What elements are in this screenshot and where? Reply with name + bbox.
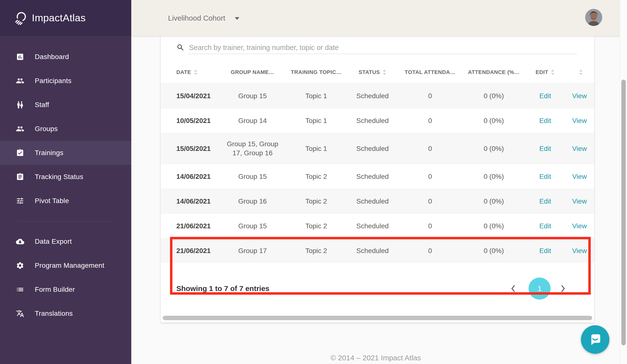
cell-date: 21/06/2021 [161,215,219,237]
search-input[interactable] [188,41,577,54]
table-body: 15/04/2021 Group 15 Topic 1 Scheduled 0 … [161,84,594,263]
cell-date: 14/06/2021 [161,190,219,212]
pagination-controls: 1 [510,277,567,300]
caret-down-icon [235,17,239,20]
people-icon [16,76,24,85]
cell-training-topic: Topic 2 [286,215,347,237]
vertical-scrollbar-thumb[interactable] [621,80,626,345]
cell-attendance-pct: 0 (0%) [462,215,525,237]
cell-status: Scheduled [347,240,398,261]
cell-status: Scheduled [347,110,398,132]
brand: ImpactAtlas [0,0,131,36]
column-header-group-name: GROUP NAME… [219,69,286,75]
clipboard-check-icon [16,149,24,157]
column-header-edit[interactable]: EDIT [525,69,565,75]
edit-link[interactable]: Edit [539,145,551,152]
cell-training-topic: Topic 1 [286,110,347,132]
column-header-total-attenda: TOTAL ATTENDA… [398,69,462,75]
cell-total-attendance: 0 [398,166,462,187]
table-row: 15/05/2021 Group 15, Group 17, Group 16 … [161,133,594,164]
sliders-icon [16,197,24,205]
sidebar-item-dashboard[interactable]: Dashboard [0,45,131,69]
cell-status: Scheduled [347,166,398,187]
edit-link[interactable]: Edit [539,117,551,124]
cell-group-name: Group 15 [219,85,286,107]
cell-group-name: Group 16 [219,190,286,212]
cloud-download-icon [16,237,24,246]
table-row: 14/06/2021 Group 15 Topic 2 Scheduled 0 … [161,164,594,189]
cell-training-topic: Topic 2 [286,240,347,261]
search-bar [161,36,594,61]
chat-launcher-button[interactable] [581,325,609,354]
view-link[interactable]: View [572,198,587,205]
vertical-scrollbar [620,0,627,364]
cell-date: 15/04/2021 [161,85,219,107]
search-icon [176,43,185,52]
view-link[interactable]: View [572,173,587,180]
user-avatar[interactable] [585,9,602,26]
sidebar-item-translations[interactable]: Translations [0,302,131,325]
cell-date: 10/05/2021 [161,110,219,132]
cohort-selector[interactable]: Livelihood Cohort [168,14,239,22]
table-row: 21/06/2021 Group 17 Topic 2 Scheduled 0 … [161,238,594,263]
cell-training-topic: Topic 1 [286,138,347,159]
list-icon [16,285,24,294]
view-link[interactable]: View [572,222,587,230]
cell-group-name: Group 14 [219,110,286,132]
sort-arrows-icon [551,69,555,75]
cell-date: 14/06/2021 [161,166,219,187]
sidebar-item-program-management[interactable]: Program Management [0,254,131,277]
cell-training-topic: Topic 2 [286,166,347,187]
sidebar-item-groups[interactable]: Groups [0,117,131,141]
sort-arrows-icon [382,69,386,75]
bar-chart-icon [16,52,24,61]
sort-arrows-icon [579,69,583,75]
translate-icon [16,309,24,318]
trainings-card: DATE GROUP NAME… TRAINING TOPIC… STATUS … [161,36,594,323]
sidebar-item-participants[interactable]: Participants [0,69,131,93]
cell-attendance-pct: 0 (0%) [462,138,525,159]
column-header-date[interactable]: DATE [161,69,219,75]
view-link[interactable]: View [572,247,587,255]
column-header-actions[interactable] [565,69,594,75]
view-link[interactable]: View [572,145,587,152]
edit-link[interactable]: Edit [539,222,551,230]
view-link[interactable]: View [572,117,587,124]
copyright-text: © 2014 – 2021 Impact Atlas [131,354,620,362]
table-row: 15/04/2021 Group 15 Topic 1 Scheduled 0 … [161,84,594,108]
horizontal-scrollbar[interactable] [163,316,592,320]
sidebar-item-tracking-status[interactable]: Tracking Status [0,165,131,189]
app-header: Livelihood Cohort [131,0,620,36]
sidebar-item-trainings[interactable]: Trainings [0,141,131,165]
staff-icon [16,101,24,109]
edit-link[interactable]: Edit [539,92,551,100]
table-row: 10/05/2021 Group 14 Topic 1 Scheduled 0 … [161,108,594,133]
brand-name: ImpactAtlas [32,12,86,24]
cell-status: Scheduled [347,85,398,107]
column-header-status[interactable]: STATUS [347,69,398,75]
edit-link[interactable]: Edit [539,198,551,205]
cell-total-attendance: 0 [398,190,462,212]
chevron-right-icon[interactable] [559,284,567,293]
cohort-selector-value: Livelihood Cohort [168,14,225,22]
sidebar-item-staff[interactable]: Staff [0,93,131,117]
sidebar-item-data-export[interactable]: Data Export [0,229,131,254]
current-page-button[interactable]: 1 [528,277,551,300]
sidebar-item-form-builder[interactable]: Form Builder [0,277,131,302]
trainings-table: DATE GROUP NAME… TRAINING TOPIC… STATUS … [161,61,594,263]
cell-training-topic: Topic 2 [286,190,347,212]
sidebar-divider [17,221,114,221]
edit-link[interactable]: Edit [539,173,551,180]
people-icon [16,124,24,133]
chevron-left-icon[interactable] [510,284,517,293]
sidebar-item-pivot-table[interactable]: Pivot Table [0,189,131,213]
cell-training-topic: Topic 1 [286,85,347,107]
cell-group-name: Group 15, Group 17, Group 16 [219,133,286,164]
edit-link[interactable]: Edit [539,247,551,255]
impact-atlas-logo-icon [14,11,28,25]
table-row: 14/06/2021 Group 16 Topic 2 Scheduled 0 … [161,189,594,213]
sort-arrows-icon [194,69,198,75]
clipboard-icon [16,172,24,181]
view-link[interactable]: View [572,92,587,100]
cell-total-attendance: 0 [398,215,462,237]
